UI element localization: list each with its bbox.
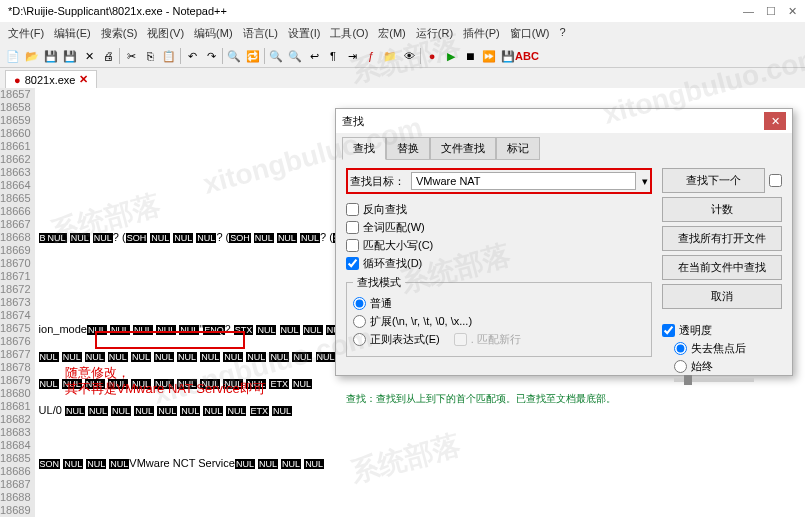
btn-find-next[interactable]: 查找下一个 xyxy=(662,168,765,193)
menu-plugins[interactable]: 插件(P) xyxy=(459,24,504,43)
stop-icon[interactable]: ⏹ xyxy=(462,48,478,64)
tab-findinfiles[interactable]: 文件查找 xyxy=(430,137,496,160)
radio-lose-focus[interactable] xyxy=(674,342,687,355)
tab-replace[interactable]: 替换 xyxy=(386,137,430,160)
menu-file[interactable]: 文件(F) xyxy=(4,24,48,43)
toolbar: 📄 📂 💾 💾 ✕ 🖨 ✂ ⎘ 📋 ↶ ↷ 🔍 🔁 🔍 🔍 ↩ ¶ ⇥ ƒ 📁 … xyxy=(0,45,805,68)
annotation-text: 其不再是VMware NAT Service即可 xyxy=(65,382,266,395)
highlight-box xyxy=(95,331,245,349)
mode-legend: 查找模式 xyxy=(353,275,405,290)
file-tab[interactable]: ● 8021x.exe ✕ xyxy=(5,70,97,88)
find-dialog: 查找 ✕ 查找 替换 文件查找 标记 查找目标： ▾ 反向查找 全词匹配(W) … xyxy=(335,108,793,376)
wrap-icon[interactable]: ↩ xyxy=(306,48,322,64)
menu-encoding[interactable]: 编码(M) xyxy=(190,24,237,43)
tab-mark[interactable]: 标记 xyxy=(496,137,540,160)
btn-find-in-current[interactable]: 在当前文件中查找 xyxy=(662,255,782,280)
menu-language[interactable]: 语言(L) xyxy=(239,24,282,43)
tab-find[interactable]: 查找 xyxy=(342,137,386,160)
cut-icon[interactable]: ✂ xyxy=(123,48,139,64)
menubar: 文件(F) 编辑(E) 搜索(S) 视图(V) 编码(M) 语言(L) 设置(I… xyxy=(0,22,805,45)
annotation-text: 随意修改， xyxy=(65,366,130,379)
dialog-close-icon[interactable]: ✕ xyxy=(764,112,786,130)
radio-regex[interactable] xyxy=(353,333,366,346)
line-gutter: 1865718658186591866018661186621866318664… xyxy=(0,88,35,517)
monitor-icon[interactable]: 👁 xyxy=(401,48,417,64)
menu-window[interactable]: 窗口(W) xyxy=(506,24,554,43)
menu-macro[interactable]: 宏(M) xyxy=(374,24,410,43)
radio-always[interactable] xyxy=(674,360,687,373)
dropdown-icon[interactable]: ▾ xyxy=(642,175,648,188)
tab-label: 8021x.exe xyxy=(25,74,76,86)
minimize-icon[interactable]: — xyxy=(743,5,754,18)
tab-close-icon[interactable]: ✕ xyxy=(79,73,88,86)
zoom-out-icon[interactable]: 🔍 xyxy=(287,48,303,64)
btn-find-all-open[interactable]: 查找所有打开文件 xyxy=(662,226,782,251)
zoom-in-icon[interactable]: 🔍 xyxy=(268,48,284,64)
find-target-input[interactable] xyxy=(411,172,636,190)
replace-icon[interactable]: 🔁 xyxy=(245,48,261,64)
save-icon[interactable]: 💾 xyxy=(43,48,59,64)
titlebar: *D:\Ruijie-Supplicant\8021x.exe - Notepa… xyxy=(0,0,805,22)
radio-extended[interactable] xyxy=(353,315,366,328)
chk-backward[interactable] xyxy=(346,203,359,216)
undo-icon[interactable]: ↶ xyxy=(184,48,200,64)
chk-transparency[interactable] xyxy=(662,324,675,337)
tab-icon: ● xyxy=(14,74,21,86)
window-title: *D:\Ruijie-Supplicant\8021x.exe - Notepa… xyxy=(8,5,227,17)
copy-icon[interactable]: ⎘ xyxy=(142,48,158,64)
func-icon[interactable]: ƒ xyxy=(363,48,379,64)
redo-icon[interactable]: ↷ xyxy=(203,48,219,64)
chars-icon[interactable]: ¶ xyxy=(325,48,341,64)
paste-icon[interactable]: 📋 xyxy=(161,48,177,64)
transparency-slider[interactable] xyxy=(674,378,754,382)
open-icon[interactable]: 📂 xyxy=(24,48,40,64)
menu-search[interactable]: 搜索(S) xyxy=(97,24,142,43)
radio-normal[interactable] xyxy=(353,297,366,310)
print-icon[interactable]: 🖨 xyxy=(100,48,116,64)
indent-icon[interactable]: ⇥ xyxy=(344,48,360,64)
chk-find-next-extra[interactable] xyxy=(769,174,782,187)
fast-icon[interactable]: ⏩ xyxy=(481,48,497,64)
dialog-title: 查找 xyxy=(342,114,364,129)
record-icon[interactable]: ● xyxy=(424,48,440,64)
btn-cancel[interactable]: 取消 xyxy=(662,284,782,309)
spellcheck-icon[interactable]: ABC xyxy=(519,48,535,64)
btn-count[interactable]: 计数 xyxy=(662,197,782,222)
new-icon[interactable]: 📄 xyxy=(5,48,21,64)
find-icon[interactable]: 🔍 xyxy=(226,48,242,64)
chk-whole-word[interactable] xyxy=(346,221,359,234)
find-target-label: 查找目标： xyxy=(350,174,405,189)
folder-icon[interactable]: 📁 xyxy=(382,48,398,64)
menu-view[interactable]: 视图(V) xyxy=(143,24,188,43)
menu-settings[interactable]: 设置(I) xyxy=(284,24,324,43)
find-status: 查找：查找到从上到下的首个匹配项。已查找至文档最底部。 xyxy=(336,390,792,408)
save-macro-icon[interactable]: 💾 xyxy=(500,48,516,64)
close-file-icon[interactable]: ✕ xyxy=(81,48,97,64)
play-icon[interactable]: ▶ xyxy=(443,48,459,64)
chk-match-newline xyxy=(454,333,467,346)
maximize-icon[interactable]: ☐ xyxy=(766,5,776,18)
menu-run[interactable]: 运行(R) xyxy=(412,24,457,43)
close-icon[interactable]: ✕ xyxy=(788,5,797,18)
saveall-icon[interactable]: 💾 xyxy=(62,48,78,64)
dialog-tabs: 查找 替换 文件查找 标记 xyxy=(336,133,792,160)
menu-edit[interactable]: 编辑(E) xyxy=(50,24,95,43)
menu-tools[interactable]: 工具(O) xyxy=(326,24,372,43)
chk-match-case[interactable] xyxy=(346,239,359,252)
chk-wrap[interactable] xyxy=(346,257,359,270)
menu-help[interactable]: ? xyxy=(555,24,569,43)
code-line: SON NUL NUL NULVMware NCT ServiceNUL NUL… xyxy=(39,457,805,471)
tabbar: ● 8021x.exe ✕ xyxy=(0,68,805,88)
